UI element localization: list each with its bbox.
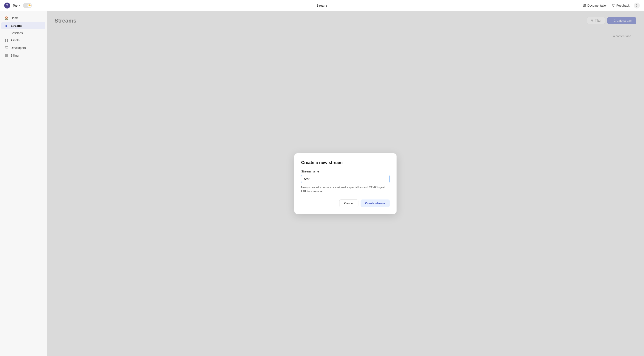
modal-actions: Cancel Create stream [301, 199, 390, 207]
svg-rect-7 [7, 39, 8, 40]
sidebar-item-home[interactable]: 🏠 Home [1, 14, 45, 22]
workspace-selector[interactable]: Test ▾ [13, 4, 20, 7]
streams-icon: ▶ [5, 24, 8, 28]
svg-rect-14 [5, 55, 8, 56]
top-bar-left: T Test ▾ ☀️ [4, 2, 32, 8]
modal-create-stream-button[interactable]: Create stream [360, 199, 390, 207]
stream-name-input[interactable] [301, 175, 390, 183]
sidebar-item-developers[interactable]: Developers [1, 44, 45, 51]
sidebar: 🏠 Home ▶ Streams Sessions Assets [0, 11, 47, 356]
svg-rect-12 [6, 48, 8, 48]
svg-rect-15 [6, 56, 6, 56]
feedback-icon [612, 4, 615, 7]
cancel-button[interactable]: Cancel [339, 199, 358, 207]
theme-knob: ☀️ [28, 3, 31, 7]
topbar-center-title: Streams [316, 4, 328, 7]
svg-rect-8 [5, 40, 6, 42]
sidebar-item-billing[interactable]: Billing [1, 52, 45, 59]
sidebar-item-assets[interactable]: Assets [1, 37, 45, 44]
avatar: T [4, 2, 10, 8]
documentation-icon [583, 4, 586, 7]
home-icon: 🏠 [5, 16, 8, 20]
chevron-down-icon: ▾ [19, 4, 20, 6]
svg-marker-5 [612, 4, 615, 7]
svg-rect-10 [5, 47, 8, 49]
main-layout: 🏠 Home ▶ Streams Sessions Assets [0, 11, 644, 356]
content-area: Streams Filter + Create stream o content… [47, 11, 644, 356]
modal-overlay: Create a new stream Stream name Newly cr… [47, 11, 644, 356]
top-bar-right: Documentation Feedback ? [583, 2, 640, 8]
assets-icon [5, 38, 8, 42]
billing-icon [5, 54, 8, 57]
svg-rect-9 [7, 40, 8, 42]
theme-toggle[interactable]: ☀️ [23, 3, 32, 8]
feedback-link[interactable]: Feedback [612, 4, 630, 7]
sidebar-item-streams[interactable]: ▶ Streams [1, 22, 45, 29]
create-stream-modal: Create a new stream Stream name Newly cr… [294, 153, 396, 214]
sidebar-item-sessions[interactable]: Sessions [1, 30, 45, 36]
top-bar: T Test ▾ ☀️ Streams Documentation [0, 0, 644, 11]
svg-rect-11 [6, 47, 6, 48]
documentation-link[interactable]: Documentation [583, 4, 607, 7]
help-button[interactable]: ? [634, 2, 640, 8]
developers-icon [5, 46, 8, 50]
stream-name-label: Stream name [301, 170, 390, 173]
stream-name-hint: Newly created streams are assigned a spe… [301, 185, 390, 193]
modal-title: Create a new stream [301, 160, 390, 165]
svg-rect-6 [5, 39, 6, 40]
